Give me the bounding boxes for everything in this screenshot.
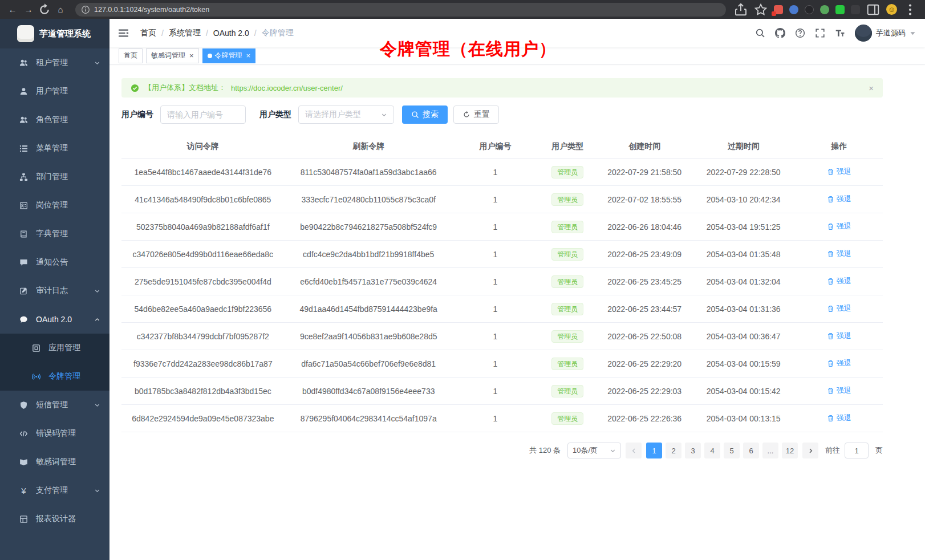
cell-refresh-token: 9ce8ef2aa9f14056b831ae9b608e28d5 [285, 323, 453, 350]
browser-toolbar-right: ☺ [734, 3, 919, 17]
user-type-select[interactable]: 请选择用户类型 [298, 105, 394, 124]
header-search-icon[interactable] [755, 28, 765, 38]
prev-page-button[interactable] [626, 443, 642, 458]
sidebar-item-label: 报表设计器 [36, 514, 76, 524]
sidebar-item-post[interactable]: 岗位管理 [0, 191, 109, 220]
side-panel-icon[interactable] [866, 3, 880, 17]
browser-extension-icon[interactable] [835, 5, 845, 14]
sidebar-item-sensitive-word[interactable]: 敏感词管理 [0, 448, 109, 476]
cell-user-id: 1 [453, 350, 538, 378]
page-button-1[interactable]: 1 [646, 443, 662, 458]
fullscreen-icon[interactable] [815, 28, 825, 38]
sidebar-toggle-button[interactable] [119, 27, 130, 39]
browser-extension-icon[interactable] [774, 5, 783, 14]
reset-button[interactable]: 重置 [453, 105, 499, 124]
force-logout-button[interactable]: 强退 [827, 385, 851, 396]
trash-icon [827, 387, 834, 395]
sidebar-item-oauth2-app[interactable]: 应用管理 [0, 334, 109, 362]
cell-access-token: 1ea5e44f8bc1467aaede43144f31de76 [121, 159, 285, 186]
share-icon[interactable] [734, 3, 748, 17]
page-button-2[interactable]: 2 [666, 443, 681, 458]
browser-forward-button[interactable]: → [22, 3, 35, 17]
sidebar-item-tenant[interactable]: 租户管理 [0, 48, 109, 77]
browser-back-button[interactable]: ← [6, 3, 19, 17]
sidebar-item-notice[interactable]: 通知公告 [0, 248, 109, 277]
force-logout-label: 强退 [837, 413, 851, 423]
column-header: 刷新令牌 [285, 135, 453, 159]
cell-create-time: 2022-06-25 22:26:36 [597, 405, 692, 432]
next-page-button[interactable] [802, 443, 818, 458]
browser-extension-icon[interactable] [789, 5, 798, 14]
breadcrumb-item[interactable]: 首页 [140, 28, 156, 38]
font-size-icon[interactable] [835, 28, 845, 38]
tab-home[interactable]: 首页 [119, 48, 143, 63]
browser-extension-icon[interactable] [851, 5, 860, 14]
force-logout-button[interactable]: 强退 [827, 194, 851, 204]
sidebar-item-menu[interactable]: 菜单管理 [0, 134, 109, 163]
sidebar-item-dict[interactable]: 字典管理 [0, 220, 109, 248]
user-type-badge: 管理员 [551, 275, 583, 288]
force-logout-button[interactable]: 强退 [827, 167, 851, 177]
bookmark-star-icon[interactable] [754, 3, 768, 17]
page-button-12[interactable]: 12 [782, 443, 798, 458]
sidebar-item-role[interactable]: 角色管理 [0, 105, 109, 134]
user-id-input[interactable] [160, 105, 246, 124]
sidebar-item-oauth2[interactable]: OAuth 2.0 [0, 305, 109, 334]
cell-access-token: 275e5de9151045fe87cbdc395e004f4d [121, 268, 285, 295]
browser-profile-avatar[interactable]: ☺ [886, 4, 897, 15]
page-button-3[interactable]: 3 [685, 443, 701, 458]
goto-page-input[interactable] [845, 443, 869, 458]
search-button[interactable]: 搜索 [402, 105, 448, 124]
sidebar-item-oauth2-token[interactable]: 令牌管理 [0, 362, 109, 391]
browser-chrome: ← → ⌂ 127.0.0.1:1024/system/oauth2/token… [0, 0, 925, 19]
page-button-6[interactable]: 6 [743, 443, 759, 458]
cell-action: 强退 [795, 378, 883, 405]
force-logout-button[interactable]: 强退 [827, 303, 851, 314]
breadcrumb-item[interactable]: 系统管理 [169, 28, 201, 38]
tab-label: 首页 [124, 51, 137, 60]
app-logo[interactable]: 芋道管理系统 [0, 19, 109, 48]
force-logout-button[interactable]: 强退 [827, 276, 851, 286]
browser-home-button[interactable]: ⌂ [54, 3, 67, 17]
force-logout-button[interactable]: 强退 [827, 221, 851, 232]
alert-link[interactable]: https://doc.iocoder.cn/user-center/ [231, 84, 343, 92]
cell-action: 强退 [795, 241, 883, 268]
browser-extension-icon[interactable] [820, 5, 829, 14]
close-icon[interactable]: × [189, 52, 194, 59]
page-button-4[interactable]: 4 [704, 443, 720, 458]
address-bar[interactable]: 127.0.0.1:1024/system/oauth2/token [75, 3, 726, 17]
errorcode-code-icon [19, 429, 28, 438]
force-logout-button[interactable]: 强退 [827, 358, 851, 368]
sidebar-item-dept[interactable]: 部门管理 [0, 163, 109, 191]
tab-sensitive-word[interactable]: 敏感词管理× [146, 48, 199, 63]
user-type-badge: 管理员 [551, 193, 583, 206]
site-info-icon[interactable] [81, 5, 90, 14]
force-logout-button[interactable]: 强退 [827, 249, 851, 259]
alert-text: 【用户体系】文档地址： [144, 83, 226, 93]
github-icon[interactable] [775, 28, 785, 38]
sidebar-item-audit-log[interactable]: 审计日志 [0, 277, 109, 305]
page-button-5[interactable]: 5 [724, 443, 740, 458]
alert-close-icon[interactable]: × [869, 84, 874, 92]
user-menu[interactable]: 芋道源码 [855, 25, 916, 42]
sidebar-item-pay[interactable]: ¥支付管理 [0, 476, 109, 505]
breadcrumb-separator: / [206, 29, 208, 38]
sidebar-item-report-designer[interactable]: 报表设计器 [0, 505, 109, 533]
force-logout-button[interactable]: 强退 [827, 331, 851, 341]
page-size-select[interactable]: 10条/页 [567, 443, 621, 458]
table-row: b0d1785bc3a8482f812db4a3f3bd15ecb0df4980… [121, 378, 883, 405]
help-icon[interactable] [795, 28, 805, 38]
browser-reload-button[interactable] [38, 3, 51, 17]
tab-token[interactable]: 令牌管理× [202, 48, 256, 63]
breadcrumb-item[interactable]: OAuth 2.0 [213, 29, 249, 38]
sidebar-item-user[interactable]: 用户管理 [0, 77, 109, 105]
force-logout-button[interactable]: 强退 [827, 413, 851, 423]
close-icon[interactable]: × [246, 52, 251, 59]
force-logout-label: 强退 [837, 167, 851, 177]
page-ellipsis[interactable]: ... [762, 443, 778, 458]
sidebar-item-error-code[interactable]: 错误码管理 [0, 419, 109, 448]
browser-extension-icon[interactable] [805, 5, 814, 14]
sidebar-item-sms[interactable]: 短信管理 [0, 391, 109, 419]
submenu-oauth2: 应用管理令牌管理 [0, 334, 109, 391]
browser-menu-icon[interactable] [903, 3, 917, 17]
